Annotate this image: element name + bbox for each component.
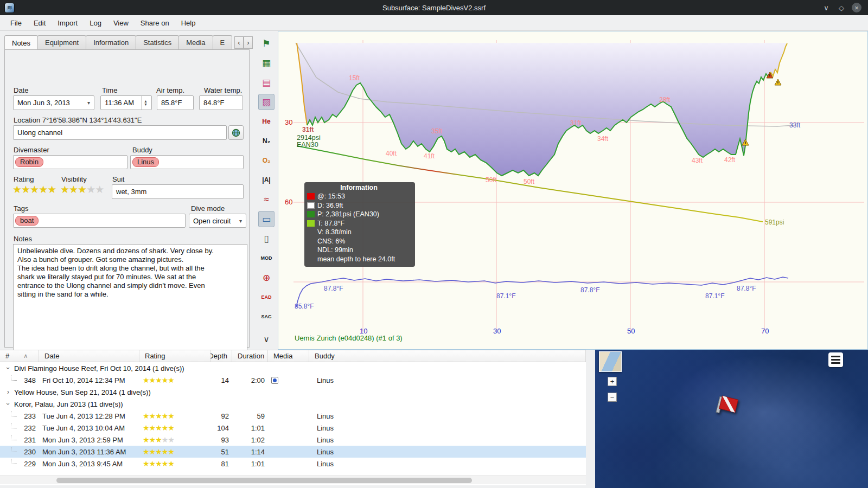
scrollbar-thumb[interactable]	[56, 478, 472, 483]
menu-share-on[interactable]: Share on	[135, 15, 175, 31]
ndl-tts-icon[interactable]: ⊕	[258, 269, 275, 286]
toolbar-collapse-icon[interactable]: ∨	[264, 335, 270, 344]
menu-view[interactable]: View	[107, 15, 135, 31]
ambient-pressure-icon[interactable]: |A|	[258, 172, 275, 188]
map-location-button[interactable]	[228, 125, 244, 140]
column-header-date[interactable]: Date	[39, 350, 139, 362]
tab-equipment[interactable]: Equipment	[37, 35, 86, 49]
location-input[interactable]: Ulong channel	[13, 125, 227, 140]
oxygen-icon[interactable]: O₂	[258, 152, 275, 169]
dive-row[interactable]: 229Mon Jun 3, 2013 9:45 AM★★★★★811:01Lin…	[0, 458, 586, 470]
heart-rate-icon[interactable]: ≈	[258, 191, 275, 208]
star-icon: ★	[95, 184, 104, 195]
trip-row[interactable]: ›Koror, Palau, Jun 2013 (11 dive(s))	[0, 398, 586, 410]
trip-row[interactable]: ›Divi Flamingo House Reef, Fri Oct 10, 2…	[0, 362, 586, 374]
dive-media-cell	[268, 410, 309, 422]
tab-statistics[interactable]: Statistics	[136, 35, 179, 49]
dive-tag[interactable]: boat	[15, 216, 39, 226]
tab-scroll-left-button[interactable]: ‹	[234, 36, 244, 49]
tab-notes[interactable]: Notes	[4, 35, 38, 49]
mod-icon[interactable]: MOD	[258, 250, 275, 266]
maximize-button[interactable]: ◇	[837, 3, 846, 12]
dc-ceiling-icon[interactable]: ▤	[258, 74, 275, 91]
tank-icon[interactable]: ▯	[258, 230, 275, 247]
axis-tick-label: 70	[761, 327, 769, 335]
menu-edit[interactable]: Edit	[28, 15, 52, 31]
suit-field[interactable]: wet, 3mm	[112, 184, 244, 199]
column-header-buddy[interactable]: Buddy	[309, 350, 586, 362]
tab-information[interactable]: Information	[86, 35, 136, 49]
menu-file[interactable]: File	[4, 15, 28, 31]
divemaster-tag[interactable]: Robin	[15, 157, 43, 167]
dive-row[interactable]: 233Tue Jun 4, 2013 12:28 PM★★★★★9259Linu…	[0, 410, 586, 422]
column-header-duration[interactable]: Duration	[232, 350, 268, 362]
column-header-rating[interactable]: Rating	[139, 350, 210, 362]
dive-depth-cell: 81	[210, 458, 232, 470]
dive-site-map[interactable]: + −	[595, 350, 868, 488]
shade-button[interactable]: ∨	[821, 3, 831, 12]
nitrogen-icon[interactable]: N₂	[258, 133, 275, 149]
close-button[interactable]: ×	[852, 3, 861, 12]
expand-trip-icon[interactable]: ›	[4, 388, 12, 396]
map-zoom-out-button[interactable]: −	[608, 393, 617, 402]
map-overview-thumbnail[interactable]	[599, 351, 622, 372]
divemaster-field[interactable]: Robin	[13, 155, 127, 169]
star-icon: ★	[168, 376, 174, 384]
notes-textarea[interactable]: Unbelievable dive. Dozens and dozens of …	[13, 244, 247, 363]
tags-field[interactable]: boat	[13, 214, 186, 228]
buddy-tag[interactable]: Linus	[132, 157, 159, 167]
menu-import[interactable]: Import	[52, 15, 84, 31]
collapse-trip-icon[interactable]: ›	[4, 400, 12, 408]
map-menu-button[interactable]	[828, 352, 843, 367]
horizontal-scrollbar[interactable]	[0, 476, 586, 484]
date-select[interactable]: Mon Jun 3, 2013▾	[13, 95, 94, 110]
column-header-media[interactable]: Media	[268, 350, 309, 362]
dive-list: # ∧DateRatingDepthDurationMediaBuddy ›Di…	[0, 350, 586, 485]
trip-row[interactable]: ›Yellow House, Sun Sep 21, 2014 (1 dive(…	[0, 386, 586, 398]
map-zoom-in-button[interactable]: +	[608, 377, 617, 386]
photos-icon[interactable]: ▦	[258, 55, 275, 71]
tree-connector	[11, 375, 17, 381]
time-spinner[interactable]: 11:36 AM ▲▼	[100, 95, 152, 110]
dive-buddy-cell: Linus	[309, 422, 586, 434]
trip-label: Divi Flamingo House Reef, Fri Oct 10, 20…	[14, 364, 184, 373]
dive-row[interactable]: 230Mon Jun 3, 2013 11:36 AM★★★★★511:14Li…	[0, 446, 586, 458]
ead-icon[interactable]: EAD	[258, 289, 275, 305]
air-temp-field[interactable]: 85.8°F	[157, 95, 194, 110]
dive-media-cell	[268, 374, 309, 386]
dive-row[interactable]: 232Tue Jun 4, 2013 10:04 AM★★★★★1041:01L…	[0, 422, 586, 434]
visibility-stars[interactable]: ★★★★★	[60, 184, 104, 195]
dive-flag-marker[interactable]	[713, 394, 742, 419]
calculated-ceiling-icon[interactable]: ▨	[258, 94, 275, 110]
column-header-depth[interactable]: Depth	[210, 350, 232, 362]
media-icon[interactable]	[271, 377, 278, 384]
dive-mode-select[interactable]: Open circuit▾	[189, 214, 246, 228]
tab-scroll-right-button[interactable]: ›	[244, 36, 253, 49]
menu-log[interactable]: Log	[84, 15, 107, 31]
rating-stars[interactable]: ★★★★★	[12, 184, 56, 195]
dive-profile-chart[interactable]: 30601030507031ft2914psiEAN3015ft40ft41ft…	[278, 31, 868, 350]
dive-row[interactable]: 231Mon Jun 3, 2013 2:59 PM★★★★★931:02Lin…	[0, 434, 586, 446]
panel-splitter[interactable]	[586, 350, 595, 488]
dive-row[interactable]: 348Fri Oct 10, 2014 12:34 PM★★★★★142:00L…	[0, 374, 586, 386]
chart-annotation: 87.8°F	[580, 286, 599, 294]
sac-icon[interactable]: SAC	[258, 309, 275, 325]
water-temp-field[interactable]: 84.8°F	[199, 95, 243, 110]
buddy-field[interactable]: Linus	[130, 155, 244, 169]
axis-tick-label: 30	[285, 118, 292, 126]
ruler-icon[interactable]: ▭	[258, 211, 275, 227]
chart-annotation: 50ft	[524, 178, 534, 185]
dive-buddy-cell: Linus	[309, 446, 586, 458]
star-icon: ★	[143, 436, 149, 444]
events-icon[interactable]: ⚑	[258, 35, 275, 52]
helium-icon[interactable]: He	[258, 113, 275, 130]
spinner-arrows-icon[interactable]: ▲▼	[141, 96, 148, 110]
dive-date-cell: Mon Jun 3, 2013 2:59 PM	[39, 434, 139, 446]
star-icon: ★	[168, 412, 174, 420]
collapse-trip-icon[interactable]: ›	[4, 364, 12, 372]
star-icon: ★	[78, 184, 86, 195]
column-header-num[interactable]: # ∧	[0, 350, 39, 362]
tab-e[interactable]: E	[213, 35, 233, 49]
menu-help[interactable]: Help	[175, 15, 202, 31]
tab-media[interactable]: Media	[178, 35, 213, 49]
